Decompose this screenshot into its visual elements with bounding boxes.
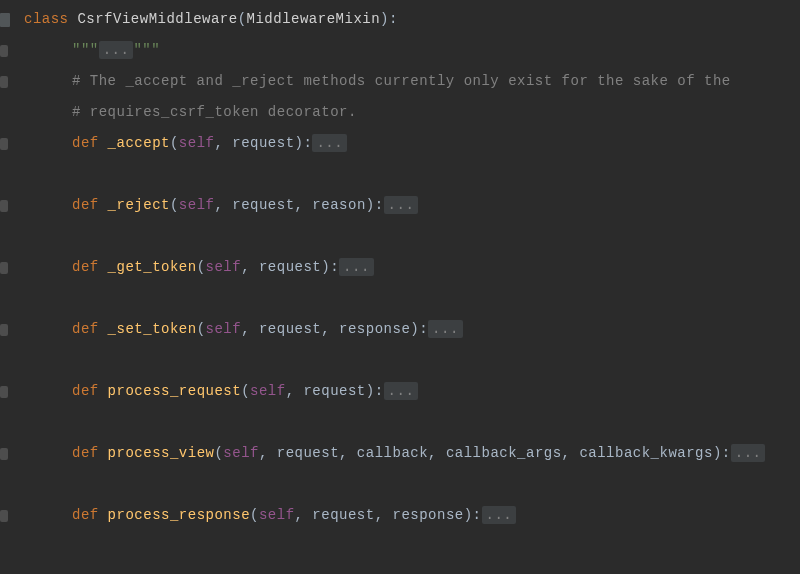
fold-region[interactable]: ... bbox=[99, 41, 134, 59]
gutter-mark-icon bbox=[0, 324, 8, 336]
code-content: def _reject(self, request, reason):... bbox=[24, 190, 800, 221]
function-name: _set_token bbox=[99, 321, 197, 337]
code-line[interactable]: def _accept(self, request):... bbox=[0, 128, 800, 159]
fold-region[interactable]: ... bbox=[384, 382, 419, 400]
gutter bbox=[0, 252, 24, 283]
keyword-class: class bbox=[24, 11, 69, 27]
function-name: process_request bbox=[99, 383, 241, 399]
gutter-mark-icon bbox=[0, 138, 8, 150]
gutter-mark-icon bbox=[0, 510, 8, 522]
code-line[interactable]: def _set_token(self, request, response):… bbox=[0, 314, 800, 345]
class-name: CsrfViewMiddleware bbox=[69, 11, 238, 27]
docstring-close: """ bbox=[133, 42, 160, 58]
fold-region[interactable]: ... bbox=[428, 320, 463, 338]
gutter-mark-icon bbox=[0, 200, 8, 212]
gutter-mark-icon bbox=[0, 262, 8, 274]
gutter-mark-icon bbox=[0, 45, 8, 57]
code-content: def process_request(self, request):... bbox=[24, 376, 800, 407]
gutter bbox=[0, 314, 24, 345]
code-content: def _accept(self, request):... bbox=[24, 128, 800, 159]
code-line[interactable]: """...""" bbox=[0, 35, 800, 66]
code-line-empty[interactable] bbox=[0, 221, 800, 252]
code-line[interactable]: def _reject(self, request, reason):... bbox=[0, 190, 800, 221]
function-name: _get_token bbox=[99, 259, 197, 275]
code-content: """...""" bbox=[24, 35, 800, 66]
gutter bbox=[0, 438, 24, 469]
comment: # The _accept and _reject methods curren… bbox=[72, 73, 731, 89]
gutter bbox=[0, 128, 24, 159]
code-content: def _get_token(self, request):... bbox=[24, 252, 800, 283]
param-self: self bbox=[179, 135, 215, 151]
code-content: def _set_token(self, request, response):… bbox=[24, 314, 800, 345]
function-name: _accept bbox=[99, 135, 170, 151]
code-line-empty[interactable] bbox=[0, 345, 800, 376]
gutter-mark-icon bbox=[0, 76, 8, 88]
code-content: # The _accept and _reject methods curren… bbox=[24, 66, 800, 97]
gutter bbox=[0, 500, 24, 531]
function-name: _reject bbox=[99, 197, 170, 213]
gutter bbox=[0, 97, 24, 128]
gutter bbox=[0, 376, 24, 407]
function-name: process_response bbox=[99, 507, 250, 523]
code-line[interactable]: # The _accept and _reject methods curren… bbox=[0, 66, 800, 97]
docstring-open: """ bbox=[72, 42, 99, 58]
fold-region[interactable]: ... bbox=[731, 444, 766, 462]
comment: # requires_csrf_token decorator. bbox=[72, 104, 357, 120]
fold-region[interactable]: ... bbox=[384, 196, 419, 214]
code-line[interactable]: def _get_token(self, request):... bbox=[0, 252, 800, 283]
gutter bbox=[0, 190, 24, 221]
code-line[interactable]: # requires_csrf_token decorator. bbox=[0, 97, 800, 128]
code-content: class CsrfViewMiddleware(MiddlewareMixin… bbox=[24, 4, 800, 35]
code-line[interactable]: def process_response(self, request, resp… bbox=[0, 500, 800, 531]
code-content: def process_response(self, request, resp… bbox=[24, 500, 800, 531]
fold-marker-icon[interactable] bbox=[0, 13, 10, 27]
code-line-empty[interactable] bbox=[0, 469, 800, 500]
code-content: # requires_csrf_token decorator. bbox=[24, 97, 800, 128]
gutter bbox=[0, 4, 24, 35]
gutter bbox=[0, 35, 24, 66]
gutter-mark-icon bbox=[0, 386, 8, 398]
gutter-mark-icon bbox=[0, 448, 8, 460]
code-line-empty[interactable] bbox=[0, 283, 800, 314]
code-line[interactable]: def process_view(self, request, callback… bbox=[0, 438, 800, 469]
base-class: MiddlewareMixin bbox=[247, 11, 381, 27]
code-line-empty[interactable] bbox=[0, 407, 800, 438]
code-line[interactable]: def process_request(self, request):... bbox=[0, 376, 800, 407]
keyword-def: def bbox=[72, 135, 99, 151]
code-content: def process_view(self, request, callback… bbox=[24, 438, 800, 469]
code-line-empty[interactable] bbox=[0, 159, 800, 190]
function-name: process_view bbox=[99, 445, 215, 461]
code-line[interactable]: class CsrfViewMiddleware(MiddlewareMixin… bbox=[0, 4, 800, 35]
fold-region[interactable]: ... bbox=[339, 258, 374, 276]
fold-region[interactable]: ... bbox=[312, 134, 347, 152]
fold-region[interactable]: ... bbox=[482, 506, 517, 524]
code-editor[interactable]: class CsrfViewMiddleware(MiddlewareMixin… bbox=[0, 0, 800, 531]
gutter bbox=[0, 66, 24, 97]
